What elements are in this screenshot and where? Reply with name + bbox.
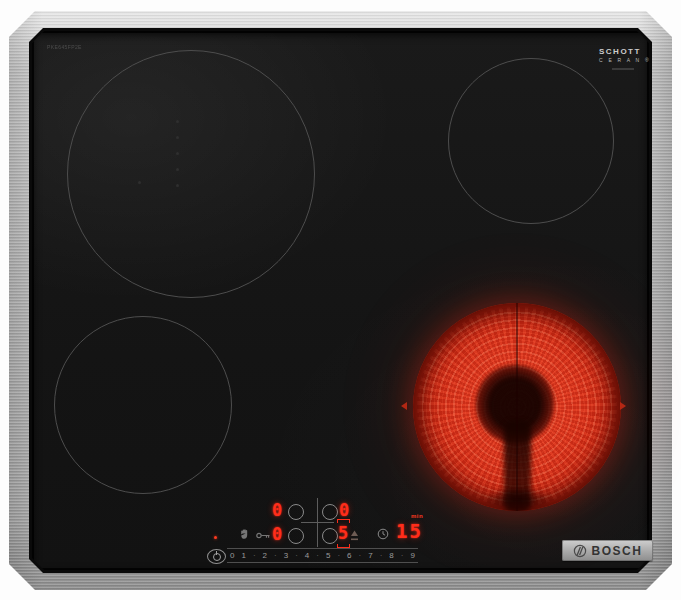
- power-icon-tick: [216, 551, 217, 555]
- schott-label-line2: C E R A N ®: [599, 57, 651, 63]
- timer-display: 15: [396, 522, 423, 541]
- slider-separator: ·: [380, 551, 383, 560]
- slider-level-6[interactable]: 6: [347, 551, 351, 560]
- residual-heat-dot: [214, 536, 217, 539]
- power-button[interactable]: [207, 549, 226, 564]
- zone-marking-dot: [176, 152, 179, 155]
- slider-separator: ·: [401, 551, 404, 560]
- zone-select-rear-left[interactable]: [288, 504, 304, 520]
- schott-ceran-label: SCHOTT C E R A N ®: [599, 47, 651, 63]
- slider-level-2[interactable]: 2: [263, 551, 267, 560]
- slider-level-7[interactable]: 7: [368, 551, 372, 560]
- slider-separator: ·: [274, 551, 277, 560]
- slider-level-1[interactable]: 1: [241, 551, 245, 560]
- zone-extension-arrow-left: [401, 402, 407, 410]
- bosch-logo-icon: [573, 544, 587, 558]
- cooktop-photo: PKE645FP2E SCHOTT C E R A N ® 0 0 0: [0, 0, 681, 600]
- timer-clock-icon[interactable]: [377, 528, 389, 540]
- timer-unit-label: min: [411, 513, 423, 519]
- slider-level-4[interactable]: 4: [305, 551, 309, 560]
- burner-front-right-glowing: [413, 303, 621, 511]
- zone-marking-dot: [176, 168, 179, 171]
- zone-extension-arrow-right: [620, 402, 626, 410]
- zone-marking-dot: [176, 184, 179, 187]
- zone-marking-dot: [176, 136, 179, 139]
- boost-icon[interactable]: [350, 529, 359, 542]
- slider-separator: ·: [337, 551, 340, 560]
- bosch-badge: BOSCH: [562, 540, 653, 561]
- burner-rear-left-ring: [67, 50, 315, 298]
- element-edge-shadow: [413, 303, 621, 511]
- zone-map-divider-horizontal: [301, 522, 334, 523]
- zone-select-front-right[interactable]: [322, 528, 338, 544]
- slider-level-8[interactable]: 8: [389, 551, 393, 560]
- power-level-slider[interactable]: 0 1 · 2 · 3 · 4 · 5 · 6 · 7 · 8 · 9: [227, 548, 418, 563]
- zone-display-front-right: 5: [338, 525, 348, 542]
- microprint-line: [612, 68, 634, 70]
- burner-front-left-ring: [54, 316, 232, 494]
- zone-display-front-left: 0: [272, 526, 282, 543]
- slider-separator: ·: [295, 551, 298, 560]
- zone-display-rear-left: 0: [272, 502, 282, 519]
- schott-label-line1: SCHOTT: [599, 47, 651, 56]
- slider-separator: ·: [253, 551, 256, 560]
- zone-select-rear-right[interactable]: [322, 504, 338, 520]
- slider-separator: ·: [359, 551, 362, 560]
- slider-separator: ·: [316, 551, 319, 560]
- slider-level-0[interactable]: 0: [230, 551, 234, 560]
- zone-display-rear-right: 0: [339, 502, 349, 519]
- key-lock-icon[interactable]: [256, 531, 271, 540]
- hand-wipe-protection-icon[interactable]: [238, 527, 251, 540]
- burner-rear-right-ring: [448, 58, 614, 224]
- brand-label: BOSCH: [592, 544, 643, 558]
- zone-marking-dot: [138, 181, 141, 184]
- model-print: PKE645FP2E: [47, 44, 82, 50]
- zone-marking-dot: [176, 120, 179, 123]
- slider-level-9[interactable]: 9: [410, 551, 414, 560]
- zone-select-front-left[interactable]: [288, 528, 304, 544]
- slider-level-3[interactable]: 3: [284, 551, 288, 560]
- slider-level-5[interactable]: 5: [326, 551, 330, 560]
